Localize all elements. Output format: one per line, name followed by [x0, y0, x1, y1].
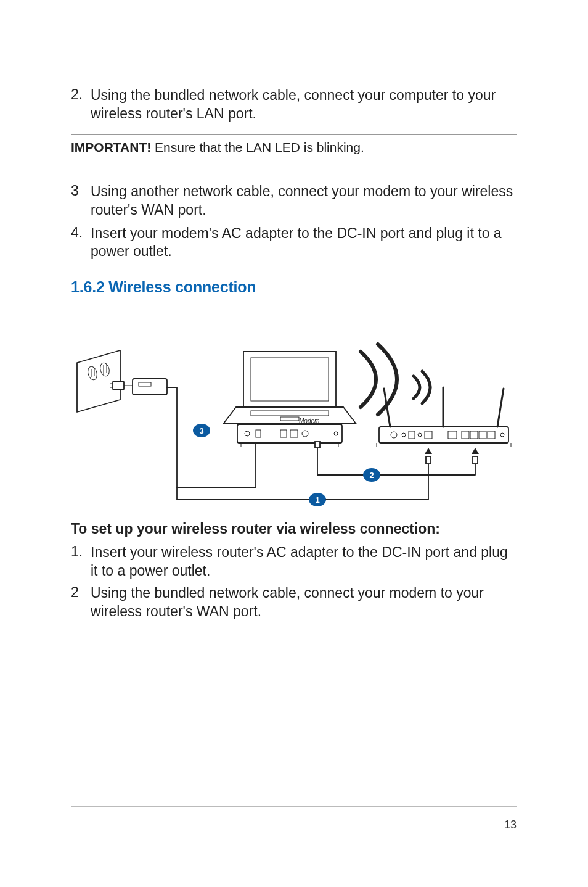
diagram-svg: Modem — [71, 315, 515, 506]
step-number: 4. — [71, 225, 91, 262]
step-text: Insert your modem's AC adapter to the DC… — [91, 225, 517, 262]
wall-outlet-icon — [77, 350, 124, 412]
wifi-signal-icon — [361, 344, 430, 415]
list-item: 4. Insert your modem's AC adapter to the… — [71, 225, 517, 262]
router-icon — [377, 387, 511, 447]
step-text: Insert your wireless router's AC adapter… — [91, 543, 517, 580]
svg-marker-40 — [425, 448, 432, 454]
svg-point-0 — [86, 366, 98, 381]
list-item: 2. Using the bundled network cable, conn… — [71, 86, 517, 123]
step-list-top: 2. Using the bundled network cable, conn… — [71, 86, 517, 123]
diagram-badge-1: 1 — [315, 495, 319, 505]
step-number: 1. — [71, 543, 91, 580]
step-list-bottom: 1. Insert your wireless router's AC adap… — [71, 543, 517, 621]
step-number: 2 — [71, 584, 91, 621]
modem-label: Modem — [299, 418, 319, 424]
step-number: 3 — [71, 183, 91, 220]
section-heading: 1.6.2 Wireless connection — [71, 278, 517, 296]
list-item: 1. Insert your wireless router's AC adap… — [71, 543, 517, 580]
svg-rect-6 — [113, 381, 124, 390]
diagram-badge-2: 2 — [369, 471, 374, 480]
svg-rect-9 — [133, 379, 167, 395]
step-text: Using another network cable, connect you… — [91, 183, 517, 220]
svg-marker-43 — [472, 448, 479, 454]
step-text: Using the bundled network cable, connect… — [91, 584, 517, 621]
diagram-badge-3: 3 — [199, 426, 203, 435]
document-page: 2. Using the bundled network cable, conn… — [0, 0, 588, 887]
svg-rect-44 — [315, 442, 320, 448]
list-item: 3 Using another network cable, connect y… — [71, 183, 517, 220]
wireless-connection-diagram: Modem — [71, 315, 515, 506]
svg-point-1 — [99, 362, 110, 377]
power-adapter-icon — [124, 379, 167, 395]
step-list-mid: 3 Using another network cable, connect y… — [71, 183, 517, 262]
setup-subheading: To set up your wireless router via wirel… — [71, 521, 517, 537]
svg-rect-16 — [237, 424, 342, 443]
callout-label: IMPORTANT! — [71, 140, 151, 154]
svg-line-26 — [497, 389, 504, 427]
step-text: Using the bundled network cable, connect… — [91, 86, 517, 123]
important-callout: IMPORTANT! Ensure that the LAN LED is bl… — [71, 134, 517, 160]
svg-rect-39 — [426, 456, 431, 464]
svg-rect-23 — [379, 427, 508, 443]
callout-text: Ensure that the LAN LED is blinking. — [151, 140, 364, 154]
step-number: 2. — [71, 86, 91, 123]
page-number: 13 — [504, 819, 517, 831]
laptop-icon — [224, 352, 356, 423]
svg-rect-42 — [473, 456, 478, 464]
list-item: 2 Using the bundled network cable, conne… — [71, 584, 517, 621]
footer-rule — [71, 806, 517, 807]
